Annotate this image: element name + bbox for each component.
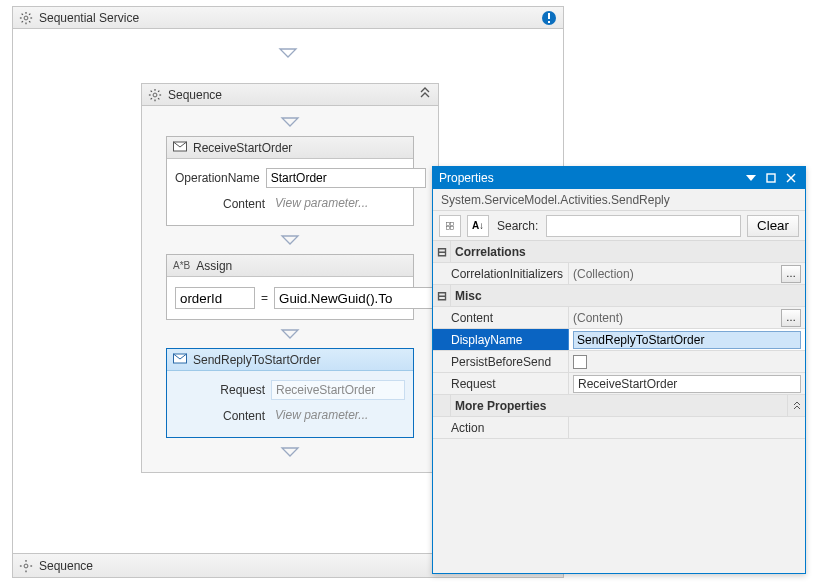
sort-az-button[interactable]: A↓ [467, 215, 489, 237]
svg-marker-12 [280, 49, 296, 57]
prop-name: CorrelationInitializers [433, 263, 569, 284]
receive-body: OperationName Content View parameter... [167, 159, 413, 225]
operation-name-input[interactable] [266, 168, 426, 188]
svg-line-20 [151, 98, 152, 99]
assign-value-input[interactable] [274, 287, 453, 309]
prop-value[interactable]: (Collection) … [569, 263, 805, 284]
collapse-toggle-icon[interactable]: ⊟ [433, 285, 451, 306]
svg-point-13 [153, 93, 157, 97]
connector-arrow-icon [280, 328, 300, 340]
sendreply-header[interactable]: SendReplyToStartOrder [167, 349, 413, 371]
receive-header[interactable]: ReceiveStartOrder [167, 137, 413, 159]
clear-button[interactable]: Clear [747, 215, 799, 237]
prop-displayname[interactable]: DisplayName [433, 329, 805, 351]
sequential-service-header[interactable]: Sequential Service [13, 7, 563, 29]
category-misc[interactable]: ⊟ Misc [433, 285, 805, 307]
assign-body: = [167, 277, 413, 319]
category-label: Correlations [451, 241, 805, 262]
prop-action[interactable]: Action [433, 417, 805, 439]
content-link[interactable]: View parameter... [271, 406, 405, 426]
properties-titlebar[interactable]: Properties [433, 167, 805, 189]
svg-line-21 [158, 90, 159, 91]
svg-line-18 [151, 90, 152, 91]
search-input[interactable] [546, 215, 741, 237]
prop-content[interactable]: Content (Content) … [433, 307, 805, 329]
svg-line-8 [29, 13, 30, 14]
sequence-activity[interactable]: Sequence Recei [141, 83, 439, 473]
connector-arrow-icon [13, 47, 563, 59]
sendreply-body: Request ReceiveStartOrder Content View p… [167, 371, 413, 437]
displayname-input[interactable] [573, 331, 801, 349]
assign-title: Assign [196, 259, 232, 273]
content-link[interactable]: View parameter... [271, 194, 405, 214]
sendreply-icon [173, 352, 187, 367]
svg-line-5 [22, 13, 23, 14]
svg-marker-24 [282, 236, 298, 244]
sendreply-activity[interactable]: SendReplyToStartOrder Request ReceiveSta… [166, 348, 414, 438]
prop-name: Action [433, 417, 569, 438]
sequence-title: Sequence [168, 88, 222, 102]
svg-marker-27 [282, 448, 298, 456]
collapse-icon[interactable] [418, 86, 432, 103]
prop-name: Request [433, 373, 569, 394]
svg-point-29 [24, 564, 28, 568]
assign-activity[interactable]: A*B Assign = [166, 254, 414, 320]
prop-request[interactable]: Request ReceiveStartOrder [433, 373, 805, 395]
close-icon[interactable] [783, 170, 799, 186]
request-value-text[interactable]: ReceiveStartOrder [573, 375, 801, 393]
prop-value[interactable]: ReceiveStartOrder [569, 373, 805, 394]
properties-toolbar: A↓ Search: Clear [433, 211, 805, 241]
search-label: Search: [495, 219, 540, 233]
svg-marker-25 [282, 330, 298, 338]
gear-icon [19, 11, 33, 25]
maximize-icon[interactable] [763, 170, 779, 186]
receive-icon [173, 140, 187, 155]
sequence-header[interactable]: Sequence [142, 84, 438, 106]
assign-header[interactable]: A*B Assign [167, 255, 413, 277]
category-more-properties[interactable]: More Properties [433, 395, 805, 417]
properties-type-line: System.ServiceModel.Activities.SendReply [433, 189, 805, 211]
prop-name: Content [433, 307, 569, 328]
collapse-toggle-icon[interactable]: ⊟ [433, 241, 451, 262]
properties-title: Properties [439, 171, 494, 185]
prop-name: DisplayName [433, 329, 569, 350]
operation-name-label: OperationName [175, 171, 260, 185]
content-label: Content [175, 197, 265, 211]
properties-panel: Properties System.ServiceModel.Activitie… [432, 166, 806, 574]
svg-rect-10 [548, 13, 550, 19]
ellipsis-button[interactable]: … [781, 265, 801, 283]
prop-value[interactable] [569, 329, 805, 350]
request-value[interactable]: ReceiveStartOrder [271, 380, 405, 400]
collapsed-sequence-title: Sequence [39, 559, 93, 573]
equals-label: = [261, 291, 268, 305]
sequential-service-title: Sequential Service [39, 11, 139, 25]
prop-persist-before-send[interactable]: PersistBeforeSend [433, 351, 805, 373]
collapse-toggle-icon[interactable] [433, 395, 451, 416]
prop-value[interactable] [569, 417, 805, 438]
window-options-icon[interactable] [743, 170, 759, 186]
sendreply-title: SendReplyToStartOrder [193, 353, 320, 367]
validation-info-icon[interactable] [541, 10, 557, 26]
ellipsis-button[interactable]: … [781, 309, 801, 327]
prop-name: PersistBeforeSend [433, 351, 569, 372]
persist-checkbox[interactable] [573, 355, 587, 369]
categorize-button[interactable] [439, 215, 461, 237]
svg-rect-43 [447, 226, 450, 229]
request-label: Request [175, 383, 265, 397]
prop-correlation-initializers[interactable]: CorrelationInitializers (Collection) … [433, 263, 805, 285]
connector-arrow-icon [280, 116, 300, 128]
svg-rect-38 [767, 174, 775, 182]
category-correlations[interactable]: ⊟ Correlations [433, 241, 805, 263]
expand-up-icon[interactable] [787, 395, 805, 416]
receive-activity[interactable]: ReceiveStartOrder OperationName Content … [166, 136, 414, 226]
prop-value[interactable]: (Content) … [569, 307, 805, 328]
svg-rect-42 [451, 222, 454, 225]
assign-to-input[interactable] [175, 287, 255, 309]
svg-rect-11 [548, 21, 550, 23]
connector-arrow-icon [280, 234, 300, 246]
prop-value[interactable] [569, 351, 805, 372]
svg-marker-37 [746, 175, 756, 181]
svg-rect-44 [451, 226, 454, 229]
gear-icon [19, 559, 33, 573]
content-label: Content [175, 409, 265, 423]
